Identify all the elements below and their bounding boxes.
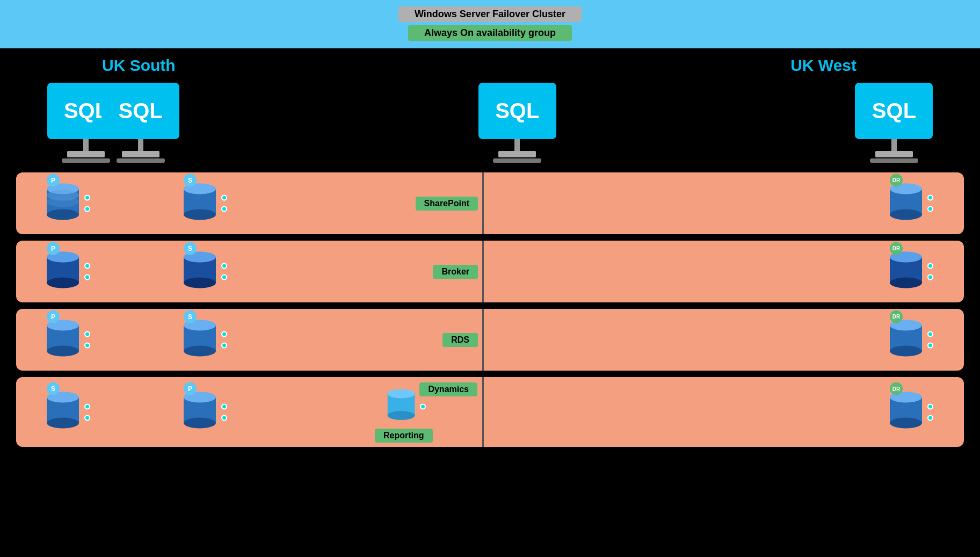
reporting-label: Reporting — [375, 429, 433, 443]
sharepoint-row: P S — [16, 172, 964, 234]
wsfc-label: Windows Server Failover Cluster — [398, 6, 582, 22]
db-icon-rds-1 — [46, 319, 81, 359]
db-icon-sp-dr — [889, 182, 924, 222]
svg-point-24 — [890, 277, 922, 288]
db-icon-rds-dr — [889, 319, 924, 359]
svg-point-36 — [890, 345, 922, 356]
svg-point-44 — [184, 418, 216, 429]
svg-point-20 — [184, 277, 216, 288]
svg-point-49 — [388, 389, 415, 398]
sql-label-4: SQL — [872, 99, 916, 123]
svg-point-12 — [890, 209, 922, 220]
db-icon-broker-1 — [46, 250, 81, 291]
aoag-label: Always On availability group — [408, 25, 572, 41]
db-icon-reporting — [387, 388, 416, 423]
sharepoint-label: SharePoint — [416, 197, 478, 211]
rds-row: P S — [16, 309, 964, 371]
svg-point-28 — [47, 345, 79, 356]
dynamics-row: S P — [16, 377, 964, 447]
db-icon-sp-2 — [183, 182, 217, 222]
svg-point-32 — [184, 345, 216, 356]
svg-point-8 — [184, 209, 216, 220]
sql-server-3: SQL — [477, 83, 557, 163]
role-badge-sp-dr: DR — [890, 173, 903, 186]
sql-server-2: SQL — [100, 83, 181, 163]
region-uk-south: UK South — [102, 56, 176, 75]
role-badge-sp-p: P — [47, 173, 60, 186]
svg-point-52 — [890, 418, 922, 429]
svg-point-40 — [47, 418, 79, 429]
db-icon-broker-dr — [889, 250, 924, 291]
broker-label: Broker — [433, 265, 478, 279]
sql-server-4: SQL — [854, 83, 934, 163]
db-icon-dyn-1 — [46, 391, 81, 431]
db-icon-rds-2 — [183, 319, 217, 359]
db-icon-sp-1 — [46, 182, 81, 222]
role-badge-sp-s: S — [184, 173, 197, 186]
top-banner: Windows Server Failover Cluster Always O… — [0, 0, 980, 48]
svg-point-16 — [47, 277, 79, 288]
dynamics-label: Dynamics — [419, 382, 477, 396]
broker-row: P S — [16, 241, 964, 302]
db-icon-dyn-2 — [183, 391, 217, 431]
sql-label-3: SQL — [495, 99, 539, 123]
db-icon-dyn-dr — [889, 391, 924, 431]
rds-label: RDS — [442, 333, 478, 347]
sql-label-2: SQL — [119, 99, 163, 123]
svg-point-5 — [47, 196, 79, 207]
region-uk-west: UK West — [790, 56, 856, 74]
svg-point-2 — [47, 209, 79, 220]
db-icon-broker-2 — [183, 250, 217, 291]
svg-point-48 — [388, 411, 415, 420]
